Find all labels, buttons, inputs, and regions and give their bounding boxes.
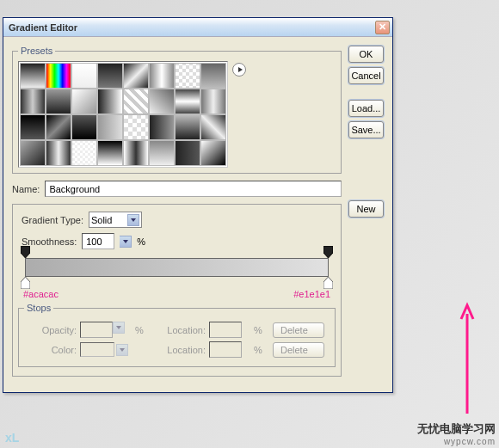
color-well — [80, 342, 114, 357]
preset-swatch[interactable] — [149, 140, 175, 166]
gradient-fieldset: Gradient Type: Solid Smoothness: % — [12, 204, 342, 377]
name-label: Name: — [12, 184, 40, 194]
preset-swatch[interactable] — [71, 140, 97, 166]
opacity-stop-right[interactable] — [323, 246, 333, 258]
hex-right: #e1e1e1 — [293, 289, 330, 299]
load-button[interactable]: Load... — [348, 100, 384, 117]
opacity-label: Opacity: — [29, 325, 77, 335]
presets-menu-icon[interactable] — [232, 63, 246, 77]
preset-swatch[interactable] — [175, 63, 200, 89]
name-row: Name: — [12, 181, 342, 197]
preset-swatch[interactable] — [71, 114, 97, 140]
chevron-down-icon — [127, 214, 139, 226]
preset-swatch[interactable] — [123, 140, 149, 166]
corner-text: xL — [5, 431, 19, 445]
presets-legend: Presets — [18, 46, 55, 56]
preset-swatch[interactable] — [97, 114, 123, 140]
preset-swatch[interactable] — [123, 114, 149, 140]
preset-swatch[interactable] — [20, 63, 46, 89]
preset-swatch[interactable] — [71, 63, 97, 89]
dialog-content: Presets Name: Gradient Type: Solid — [3, 37, 392, 392]
preset-swatch[interactable] — [20, 140, 46, 166]
preset-swatch[interactable] — [46, 63, 71, 89]
smoothness-stepper[interactable] — [120, 236, 132, 248]
right-column: OK Cancel Load... Save... New — [348, 46, 384, 384]
percent-label-3: % — [254, 325, 269, 335]
gradient-preview — [25, 258, 329, 277]
preset-swatch[interactable] — [200, 114, 226, 140]
gradient-editor-dialog: Gradient Editor ✕ Presets Name: Gradient… — [3, 17, 393, 393]
location-input-2 — [209, 341, 242, 358]
location-label-1: Location: — [154, 325, 206, 335]
preset-swatch[interactable] — [71, 89, 97, 114]
watermark-line1: 无忧电脑学习网 — [417, 421, 496, 437]
preset-swatch[interactable] — [46, 114, 71, 140]
preset-swatch[interactable] — [175, 114, 200, 140]
percent-label: % — [137, 236, 145, 247]
color-stepper — [116, 344, 128, 356]
preset-swatch[interactable] — [200, 89, 226, 114]
preset-swatch[interactable] — [149, 114, 175, 140]
smoothness-label: Smoothness: — [22, 236, 77, 247]
preset-swatch[interactable] — [97, 89, 123, 114]
titlebar[interactable]: Gradient Editor ✕ — [3, 18, 392, 37]
percent-label-4: % — [254, 345, 269, 355]
preset-swatch[interactable] — [46, 140, 71, 166]
gradient-type-label: Gradient Type: — [22, 215, 83, 225]
presets-grid[interactable] — [18, 61, 228, 168]
save-button[interactable]: Save... — [348, 121, 384, 138]
left-column: Presets Name: Gradient Type: Solid — [12, 46, 342, 384]
close-button[interactable]: ✕ — [375, 21, 390, 34]
presets-fieldset: Presets — [12, 46, 342, 174]
delete-button-2: Delete — [273, 342, 324, 358]
preset-swatch[interactable] — [97, 63, 123, 89]
smoothness-input[interactable] — [82, 233, 114, 249]
preset-swatch[interactable] — [20, 114, 46, 140]
opacity-stepper — [113, 322, 125, 334]
color-stop-right[interactable] — [323, 277, 333, 289]
preset-swatch[interactable] — [175, 89, 200, 114]
preset-swatch[interactable] — [149, 63, 175, 89]
dialog-title: Gradient Editor — [6, 22, 375, 33]
opacity-input — [80, 322, 113, 338]
preset-swatch[interactable] — [123, 89, 149, 114]
preset-swatch[interactable] — [200, 140, 226, 166]
gradient-type-value: Solid — [91, 215, 112, 225]
preset-swatch[interactable] — [149, 89, 175, 114]
stops-legend: Stops — [24, 303, 53, 313]
opacity-stop-left[interactable] — [21, 246, 30, 258]
close-icon: ✕ — [379, 21, 386, 33]
preset-swatch[interactable] — [20, 89, 46, 114]
watermark-line2: wypcw.com — [417, 437, 496, 446]
gradient-type-select[interactable]: Solid — [89, 212, 142, 228]
gradient-bar[interactable] — [25, 258, 329, 277]
cancel-button[interactable]: Cancel — [348, 67, 384, 84]
ok-button[interactable]: OK — [348, 46, 384, 63]
preset-swatch[interactable] — [46, 89, 71, 114]
stops-fieldset: Stops Opacity: % Location: % Delete Colo… — [18, 303, 336, 367]
preset-swatch[interactable] — [97, 140, 123, 166]
hex-left: #acacac — [23, 289, 59, 299]
location-input-1 — [209, 322, 242, 338]
preset-swatch[interactable] — [200, 63, 226, 89]
name-input[interactable] — [45, 181, 342, 197]
delete-button-1: Delete — [273, 322, 324, 338]
color-stop-left[interactable] — [21, 277, 30, 289]
new-button[interactable]: New — [348, 200, 384, 218]
color-label: Color: — [29, 345, 77, 355]
location-label-2: Location: — [154, 345, 206, 355]
watermark: 无忧电脑学习网 wypcw.com — [417, 421, 496, 446]
hex-row: #acacac #e1e1e1 — [18, 282, 336, 303]
annotation-arrow — [459, 302, 475, 414]
percent-label-2: % — [135, 325, 151, 335]
preset-swatch[interactable] — [175, 140, 200, 166]
preset-swatch[interactable] — [123, 63, 149, 89]
